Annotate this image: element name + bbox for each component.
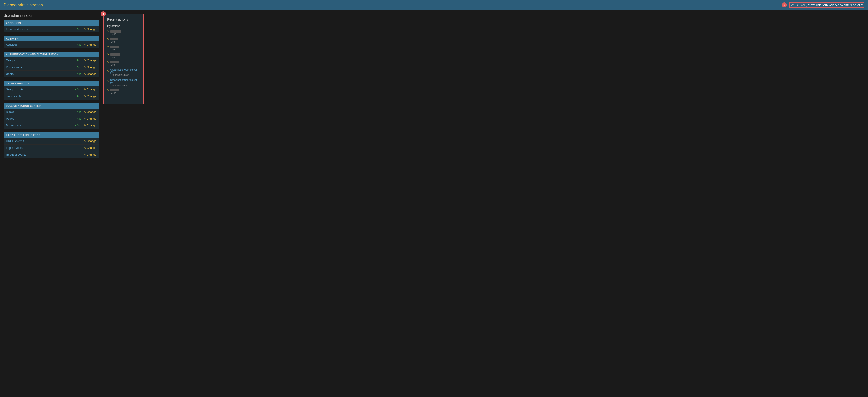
action-item-3: ✎User — [107, 53, 140, 58]
page-title: Site administration — [4, 13, 98, 18]
table-row: Permissions+ Add✎ Change — [4, 64, 98, 70]
table-row: Email addresses+ Add✎ Change — [4, 26, 98, 32]
action-item-2: ✎User — [107, 45, 140, 51]
actions-list: ✎User✎User✎User✎User✎User✎OrganisationUs… — [107, 30, 140, 94]
annotation-badge-1: 1 — [101, 11, 106, 16]
action-model-type: User — [111, 48, 140, 51]
welcome-label: WELCOME, — [791, 3, 807, 7]
row-label-request-events[interactable]: Request events — [6, 153, 26, 156]
change-link[interactable]: ✎ Change — [84, 28, 96, 31]
edit-icon: ✎ — [107, 80, 109, 83]
add-link[interactable]: + Add — [74, 110, 82, 114]
change-link[interactable]: ✎ Change — [84, 43, 96, 46]
row-label-activities[interactable]: Activities — [6, 43, 18, 46]
add-link[interactable]: + Add — [74, 95, 82, 98]
table-row: CRUD events✎ Change — [4, 138, 98, 145]
site-title: Django administration — [4, 3, 43, 7]
edit-icon: ✎ — [107, 53, 109, 56]
add-link[interactable]: + Add — [74, 43, 82, 46]
row-actions: + Add✎ Change — [74, 43, 96, 46]
row-actions: ✎ Change — [84, 146, 96, 149]
row-actions: + Add✎ Change — [74, 117, 96, 120]
add-link[interactable]: + Add — [74, 65, 82, 69]
edit-icon: ✎ — [107, 45, 109, 48]
action-link[interactable]: OrganisationUser object (55) — [110, 79, 140, 84]
change-link[interactable]: ✎ Change — [84, 110, 96, 114]
row-label-users[interactable]: Users — [6, 72, 13, 76]
header: Django administration 2 WELCOME, VIEW SI… — [0, 0, 868, 10]
table-row: Activities+ Add✎ Change — [4, 41, 98, 48]
action-item-7: ✎User — [107, 89, 140, 94]
change-link[interactable]: ✎ Change — [84, 117, 96, 120]
action-model-type: User — [111, 40, 140, 43]
annotation-badge-2: 2 — [782, 2, 787, 7]
log-out-link[interactable]: LOG OUT — [851, 4, 863, 6]
change-password-link[interactable]: CHANGE PASSWORD — [823, 4, 849, 6]
row-label-blocks[interactable]: Blocks — [6, 110, 14, 114]
module-header-docs: DOCUMENTATION CENTER — [4, 103, 98, 109]
view-site-link[interactable]: VIEW SITE — [808, 4, 821, 6]
add-link[interactable]: + Add — [74, 124, 82, 127]
action-model-type: User — [111, 56, 140, 58]
row-label-group-results[interactable]: Group results — [6, 88, 24, 91]
row-label-permissions[interactable]: Permissions — [6, 65, 22, 69]
module-header-audit: EASY AUDIT APPLICATION — [4, 132, 98, 138]
row-actions: + Add✎ Change — [74, 95, 96, 98]
edit-icon: ✎ — [107, 89, 109, 92]
change-link[interactable]: ✎ Change — [84, 59, 96, 62]
change-link[interactable]: ✎ Change — [84, 153, 96, 156]
row-label-pages[interactable]: Pages — [6, 117, 14, 120]
row-label-groups[interactable]: Groups — [6, 59, 16, 62]
change-link[interactable]: ✎ Change — [84, 95, 96, 98]
table-row: Request events✎ Change — [4, 151, 98, 158]
blurred-label — [110, 53, 120, 56]
change-link[interactable]: ✎ Change — [84, 124, 96, 127]
recent-actions-title: Recent actions — [107, 18, 140, 21]
action-line: ✎ — [107, 53, 140, 56]
module-docs: DOCUMENTATION CENTERBlocks+ Add✎ ChangeP… — [4, 103, 98, 129]
main-content: Site administration ACCOUNTSEmail addres… — [0, 10, 868, 165]
add-link[interactable]: + Add — [74, 59, 82, 62]
add-link[interactable]: + Add — [74, 88, 82, 91]
blurred-label — [110, 30, 121, 33]
table-row: Blocks+ Add✎ Change — [4, 109, 98, 115]
action-line: ✎OrganisationUser object (55) — [107, 79, 140, 84]
action-item-1: ✎User — [107, 37, 140, 43]
change-link[interactable]: ✎ Change — [84, 88, 96, 91]
action-model-type: User — [111, 92, 140, 94]
content-area: 1 Recent actions My actions ✎User✎User✎U… — [103, 13, 864, 162]
blurred-label — [110, 89, 119, 91]
row-label-crud-events[interactable]: CRUD events — [6, 139, 24, 143]
change-link[interactable]: ✎ Change — [84, 65, 96, 69]
action-model-type: Organisation user — [111, 84, 140, 86]
table-row: Groups+ Add✎ Change — [4, 57, 98, 64]
add-link[interactable]: + Add — [74, 28, 82, 31]
module-auth: AUTHENTICATION AND AUTHORIZATIONGroups+ … — [4, 52, 98, 77]
row-label-login-events[interactable]: Login events — [6, 146, 23, 149]
blurred-label — [110, 38, 118, 40]
row-actions: + Add✎ Change — [74, 28, 96, 31]
my-actions-title: My actions — [107, 24, 140, 28]
action-model-type: Organisation user — [111, 74, 140, 76]
sidebar: Site administration ACCOUNTSEmail addres… — [4, 13, 98, 162]
change-link[interactable]: ✎ Change — [84, 73, 96, 76]
blurred-label — [110, 61, 119, 63]
add-link[interactable]: + Add — [74, 73, 82, 76]
change-link[interactable]: ✎ Change — [84, 146, 96, 149]
action-link[interactable]: OrganisationUser object (55) — [110, 68, 140, 74]
recent-actions-panel: Recent actions My actions ✎User✎User✎Use… — [103, 13, 144, 104]
table-row: Preferences+ Add✎ Change — [4, 122, 98, 129]
action-item-5: ✎OrganisationUser object (55)Organisatio… — [107, 68, 140, 76]
row-label-task-results[interactable]: Task results — [6, 94, 22, 98]
action-item-6: ✎OrganisationUser object (55)Organisatio… — [107, 79, 140, 86]
row-actions: + Add✎ Change — [74, 59, 96, 62]
action-item-4: ✎User — [107, 61, 140, 66]
edit-icon: ✎ — [107, 37, 109, 40]
change-link[interactable]: ✎ Change — [84, 140, 96, 143]
add-link[interactable]: + Add — [74, 117, 82, 120]
edit-icon: ✎ — [107, 30, 109, 33]
row-label-email-addresses[interactable]: Email addresses — [6, 27, 28, 31]
row-label-preferences[interactable]: Preferences — [6, 124, 22, 127]
edit-icon: ✎ — [107, 70, 109, 73]
action-line: ✎ — [107, 89, 140, 92]
